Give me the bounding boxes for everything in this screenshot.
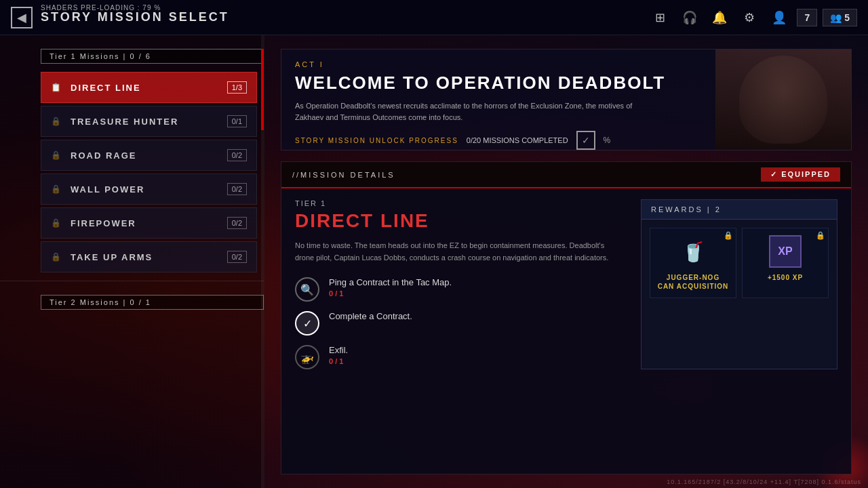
obj-text: Complete a Contract.	[329, 311, 412, 321]
act-label: ACT I	[295, 60, 702, 68]
sidebar: Tier 1 Missions | 0 / 6 📋 DIRECT LINE 1/…	[0, 35, 264, 488]
reward-name: +1500 XP	[768, 273, 803, 282]
debug-coords: 10.1.165/2187/2 [43.2/8/10/24 +11.4] T[7…	[667, 479, 861, 485]
objective-item: 🚁 Exfil. 0 / 1	[295, 345, 625, 369]
mission-item[interactable]: 🔒 WALL POWER 0/2	[41, 174, 257, 205]
objective-item: ✓ Complete a Contract.	[295, 311, 625, 336]
friends-count: 5	[844, 12, 850, 23]
mission-progress: 0/2	[227, 183, 247, 195]
bell-icon-button[interactable]: 🔔	[707, 5, 732, 30]
operation-title: WELCOME TO OPERATION DEADBOLT	[295, 73, 702, 94]
sidebar-divider	[0, 281, 264, 281]
lock-icon: 🔒	[51, 117, 61, 126]
back-icon: ◀	[17, 10, 26, 25]
rewards-header: REWARDS | 2	[642, 200, 837, 220]
reward-item: 🔒 XP +1500 XP	[742, 228, 829, 298]
unlock-count: 0/20 MISSIONS COMPLETED	[467, 136, 568, 144]
lock-icon: 📋	[51, 83, 61, 92]
main-content: ACT I WELCOME TO OPERATION DEADBOLT As O…	[264, 35, 868, 488]
player-avatar[interactable]: 👤	[767, 5, 791, 30]
unlock-check-icon: ✓	[576, 131, 595, 150]
mission-item[interactable]: 🔒 TAKE UP ARMS 0/2	[41, 241, 257, 272]
mission-name: DIRECT LINE	[71, 83, 220, 93]
equipped-label: ✓ EQUIPPED	[770, 170, 831, 179]
objectives-list: 🔍 Ping a Contract in the Tac Map. 0 / 1 …	[295, 277, 625, 369]
scroll-thumb[interactable]	[261, 49, 264, 130]
operation-card: ACT I WELCOME TO OPERATION DEADBOLT As O…	[281, 49, 852, 150]
rewards-panel: REWARDS | 2 🔒 🥤 JUGGER-NOG CAN ACQUISITI…	[641, 199, 837, 369]
mission-name: WALL POWER	[71, 184, 220, 195]
gear-icon-button[interactable]: ⚙	[737, 5, 762, 30]
grid-icon-button[interactable]: ⊞	[648, 5, 672, 30]
mission-item[interactable]: 📋 DIRECT LINE 1/3	[41, 72, 257, 103]
unlock-progress: STORY MISSION UNLOCK PROGRESS 0/20 MISSI…	[295, 131, 702, 150]
mission-progress: 0/2	[227, 251, 247, 263]
obj-progress: 0 / 1	[329, 289, 452, 298]
mission-title-large: DIRECT LINE	[295, 210, 625, 232]
back-button[interactable]: ◀	[11, 7, 33, 28]
creature-silhouette	[739, 56, 827, 144]
lock-icon: 🔒	[51, 218, 61, 228]
player-level-stat: 7	[797, 9, 817, 26]
tier2-label: Tier 2 Missions | 0 / 1	[41, 295, 264, 310]
reward-icon: XP	[769, 235, 802, 268]
mission-item[interactable]: 🔒 ROAD RAGE 0/2	[41, 140, 257, 171]
avatar-icon: 👤	[772, 10, 787, 25]
obj-status-icon: 🚁	[295, 345, 319, 369]
mission-progress: 0/1	[227, 115, 247, 127]
operation-art	[715, 49, 851, 150]
friends-icon: 👥	[830, 12, 842, 23]
obj-status-icon: 🔍	[295, 277, 319, 302]
mission-progress: 0/2	[227, 217, 247, 229]
unlock-pct: %	[604, 136, 611, 145]
reward-lock-icon: 🔒	[724, 231, 733, 240]
obj-label: Ping a Contract in the Tac Map.	[329, 277, 452, 287]
mission-progress: 1/3	[227, 81, 247, 94]
preload-label: SHADERS PRE-LOADING : 79 %	[41, 4, 161, 12]
unlock-label: STORY MISSION UNLOCK PROGRESS	[295, 137, 458, 144]
mission-name: TAKE UP ARMS	[71, 252, 220, 262]
reward-item: 🔒 🥤 JUGGER-NOG CAN ACQUISITION	[650, 228, 736, 298]
headset-icon-button[interactable]: 🎧	[677, 5, 702, 30]
mission-item[interactable]: 🔒 TREASURE HUNTER 0/1	[41, 106, 257, 137]
grid-icon: ⊞	[655, 10, 665, 25]
mission-item[interactable]: 🔒 FIREPOWER 0/2	[41, 207, 257, 239]
mission-name: TREASURE HUNTER	[71, 117, 220, 127]
lock-icon: 🔒	[51, 252, 61, 262]
mission-details-panel: //MISSION DETAILS ✓ EQUIPPED TIER 1 DIRE…	[281, 161, 852, 474]
reward-lock-icon: 🔒	[816, 231, 825, 240]
mission-lore: No time to waste. The team heads out int…	[295, 240, 620, 264]
scroll-track	[261, 35, 264, 488]
details-section-label: //MISSION DETAILS	[292, 171, 395, 179]
mission-name: FIREPOWER	[71, 218, 220, 228]
details-header: //MISSION DETAILS ✓ EQUIPPED	[281, 162, 851, 188]
main-layout: Tier 1 Missions | 0 / 6 📋 DIRECT LINE 1/…	[0, 35, 868, 488]
rewards-grid: 🔒 🥤 JUGGER-NOG CAN ACQUISITION 🔒 XP +150…	[642, 220, 837, 306]
bell-icon: 🔔	[712, 10, 727, 25]
obj-label: Exfil.	[329, 345, 348, 355]
player-level-value: 7	[804, 12, 810, 23]
headset-icon: 🎧	[682, 10, 697, 25]
friends-stat[interactable]: 👥 5	[823, 9, 857, 26]
mission-name: ROAD RAGE	[71, 150, 220, 161]
mission-list: 📋 DIRECT LINE 1/3 🔒 TREASURE HUNTER 0/1 …	[0, 72, 264, 272]
reward-name: JUGGER-NOG CAN ACQUISITION	[657, 273, 729, 291]
obj-progress: 0 / 1	[329, 357, 348, 365]
obj-label: Complete a Contract.	[329, 311, 412, 321]
tier1-label: Tier 1 Missions | 0 / 6	[41, 49, 264, 64]
mission-progress: 0/2	[227, 149, 247, 161]
objective-item: 🔍 Ping a Contract in the Tac Map. 0 / 1	[295, 277, 625, 302]
page-title: STORY MISSION SELECT	[41, 10, 229, 24]
obj-text: Exfil. 0 / 1	[329, 345, 348, 365]
gear-icon: ⚙	[744, 10, 755, 25]
art-figure	[715, 49, 851, 150]
reward-icon: 🥤	[677, 235, 709, 268]
details-left: TIER 1 DIRECT LINE No time to waste. The…	[295, 199, 625, 369]
topbar: ◀ STORY MISSION SELECT SHADERS PRE-LOADI…	[0, 0, 868, 35]
operation-info: ACT I WELCOME TO OPERATION DEADBOLT As O…	[281, 49, 715, 150]
mission-tier-label: TIER 1	[295, 199, 625, 207]
lock-icon: 🔒	[51, 184, 61, 194]
details-body: TIER 1 DIRECT LINE No time to waste. The…	[281, 188, 851, 380]
equipped-badge: ✓ EQUIPPED	[761, 167, 840, 182]
lock-icon: 🔒	[51, 150, 61, 160]
